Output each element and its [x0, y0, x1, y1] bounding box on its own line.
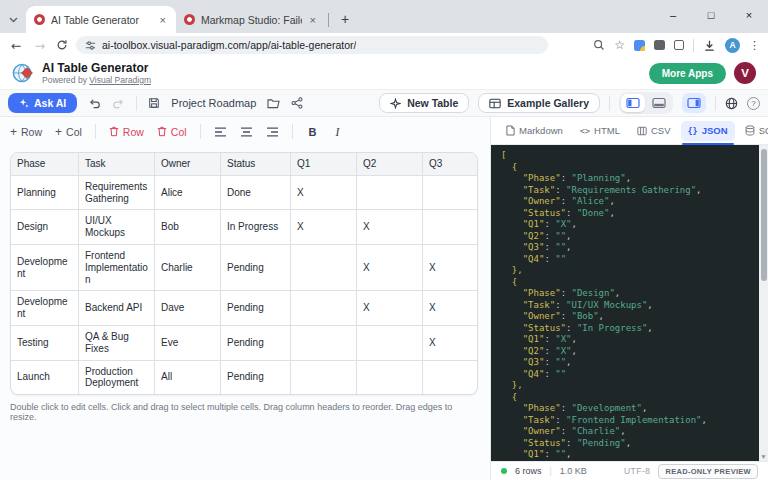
browser-tab-inactive[interactable]: Markmap Studio: Failed to ope × — [176, 6, 326, 33]
new-table-button[interactable]: New Table — [379, 93, 469, 113]
column-header[interactable]: Q3 — [423, 153, 478, 176]
bold-button[interactable]: B — [306, 126, 320, 138]
table-cell[interactable]: Development — [11, 291, 79, 326]
table-cell[interactable]: X — [423, 326, 478, 361]
save-icon[interactable] — [148, 97, 160, 109]
table-cell[interactable]: Frontend Implementation — [79, 245, 155, 291]
more-apps-button[interactable]: More Apps — [649, 63, 726, 84]
table-cell[interactable] — [291, 326, 357, 361]
ask-ai-button[interactable]: Ask AI — [8, 93, 77, 113]
zoom-icon[interactable] — [593, 39, 605, 51]
table-cell[interactable]: Development — [11, 245, 79, 291]
minimize-button[interactable]: – — [654, 0, 692, 30]
open-folder-icon[interactable] — [267, 98, 280, 109]
table-cell[interactable]: Pending — [221, 361, 291, 395]
add-row-button[interactable]: +Row — [10, 126, 42, 138]
table-cell[interactable]: X — [291, 210, 357, 245]
table-cell[interactable]: In Progress — [221, 210, 291, 245]
tab-search-button[interactable] — [0, 6, 26, 33]
table-cell[interactable]: X — [357, 210, 423, 245]
table-cell[interactable]: X — [357, 291, 423, 326]
table-cell[interactable] — [291, 291, 357, 326]
table-cell[interactable]: Design — [11, 210, 79, 245]
table-cell[interactable]: Launch — [11, 361, 79, 395]
table-cell[interactable]: Done — [221, 176, 291, 211]
table-cell[interactable]: X — [423, 291, 478, 326]
table-cell[interactable] — [357, 176, 423, 211]
browser-menu-icon[interactable]: ⋮ — [749, 39, 760, 52]
align-left-button[interactable] — [214, 127, 227, 137]
url-input[interactable]: ai-toolbox.visual-paradigm.com/app/ai-ta… — [76, 36, 548, 54]
extension-chat-icon[interactable] — [654, 40, 665, 50]
example-gallery-button[interactable]: Example Gallery — [478, 93, 600, 113]
table-cell[interactable]: Pending — [221, 291, 291, 326]
table-cell[interactable]: Eve — [155, 326, 221, 361]
table-cell[interactable]: X — [357, 245, 423, 291]
table-cell[interactable]: Planning — [11, 176, 79, 211]
tab-json[interactable]: {} JSON — [681, 121, 735, 141]
language-globe-icon[interactable] — [725, 97, 738, 110]
table-cell[interactable]: Pending — [221, 245, 291, 291]
close-tab-icon[interactable]: × — [158, 14, 168, 26]
table-cell[interactable]: Production Deployment — [79, 361, 155, 395]
forward-button[interactable]: → — [32, 38, 48, 53]
table-cell[interactable] — [423, 210, 478, 245]
scrollbar[interactable]: ▼ — [759, 145, 768, 461]
tab-html[interactable]: <> HTML — [573, 121, 627, 141]
column-header[interactable]: Status — [221, 153, 291, 176]
undo-button[interactable] — [88, 98, 101, 109]
column-header[interactable]: Task — [79, 153, 155, 176]
layout-split-vertical-button[interactable] — [621, 94, 645, 112]
table-cell[interactable]: X — [423, 245, 478, 291]
toggle-right-panel-button[interactable] — [682, 93, 706, 113]
column-header[interactable]: Q2 — [357, 153, 423, 176]
tab-markdown[interactable]: Markdown — [499, 121, 570, 141]
table-cell[interactable]: X — [291, 176, 357, 211]
redo-button[interactable] — [112, 98, 125, 109]
table-cell[interactable]: Charlie — [155, 245, 221, 291]
layout-split-horizontal-button[interactable] — [647, 94, 671, 112]
delete-row-button[interactable]: Row — [109, 126, 144, 138]
user-avatar[interactable]: V — [734, 62, 756, 84]
table-cell[interactable]: All — [155, 361, 221, 395]
table-cell[interactable] — [357, 326, 423, 361]
vendor-link[interactable]: Visual Paradigm — [89, 75, 151, 85]
table-cell[interactable]: Backend API — [79, 291, 155, 326]
column-header[interactable]: Phase — [11, 153, 79, 176]
table-cell[interactable] — [423, 361, 478, 395]
table-cell[interactable]: Bob — [155, 210, 221, 245]
align-center-button[interactable] — [240, 127, 253, 137]
table-cell[interactable]: Pending — [221, 326, 291, 361]
download-icon[interactable] — [703, 39, 716, 52]
column-header[interactable]: Owner — [155, 153, 221, 176]
table-cell[interactable] — [423, 176, 478, 211]
reload-button[interactable] — [56, 39, 68, 51]
back-button[interactable]: ← — [8, 38, 24, 53]
help-icon[interactable]: ? — [747, 97, 760, 110]
table-cell[interactable] — [357, 361, 423, 395]
project-name[interactable]: Project Roadmap — [171, 97, 256, 109]
browser-profile-avatar[interactable]: A — [725, 38, 740, 53]
extension-lens-icon[interactable] — [634, 40, 645, 51]
table-cell[interactable] — [291, 361, 357, 395]
share-icon[interactable] — [291, 97, 303, 109]
table-cell[interactable] — [291, 245, 357, 291]
table-cell[interactable]: UI/UX Mockups — [79, 210, 155, 245]
align-right-button[interactable] — [266, 127, 279, 137]
extensions-icon[interactable] — [674, 40, 684, 50]
table-cell[interactable]: QA & Bug Fixes — [79, 326, 155, 361]
close-tab-icon[interactable]: × — [308, 14, 318, 26]
maximize-button[interactable]: □ — [692, 0, 730, 30]
tab-csv[interactable]: CSV — [630, 121, 678, 141]
browser-tab-active[interactable]: AI Table Generator × — [26, 6, 176, 33]
scrollbar-thumb[interactable] — [761, 149, 767, 281]
close-window-button[interactable]: × — [730, 0, 768, 30]
new-tab-button[interactable]: + — [333, 7, 357, 31]
table-cell[interactable]: Alice — [155, 176, 221, 211]
table-cell[interactable]: Requirements Gathering — [79, 176, 155, 211]
table-cell[interactable]: Dave — [155, 291, 221, 326]
bookmark-star-icon[interactable]: ☆ — [614, 39, 625, 51]
column-header[interactable]: Q1 — [291, 153, 357, 176]
add-column-button[interactable]: +Col — [55, 126, 82, 138]
delete-column-button[interactable]: Col — [157, 126, 187, 138]
